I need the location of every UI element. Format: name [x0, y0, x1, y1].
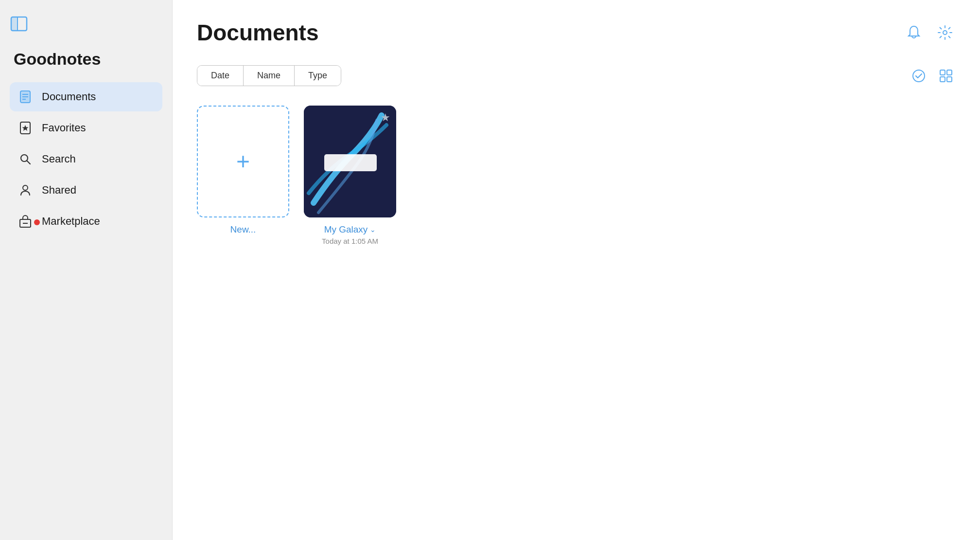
galaxy-document-item[interactable]: ★ My Galaxy ⌄ Today at 1:05 AM — [304, 106, 396, 245]
header-actions — [903, 22, 956, 43]
new-document-item[interactable]: + New... — [197, 106, 289, 235]
chevron-down-icon: ⌄ — [370, 226, 376, 234]
star-icon: ★ — [381, 111, 390, 124]
galaxy-document-label: My Galaxy ⌄ — [324, 224, 376, 235]
documents-grid: + New... ★ — [197, 106, 956, 245]
search-icon — [18, 151, 33, 167]
new-document-thumbnail: + — [197, 106, 289, 217]
check-circle-button[interactable] — [909, 66, 928, 86]
svg-line-11 — [27, 161, 31, 164]
svg-rect-20 — [947, 77, 952, 82]
shared-icon — [18, 182, 33, 198]
sort-name-button[interactable]: Name — [244, 66, 295, 86]
svg-rect-19 — [940, 77, 945, 82]
sidebar-item-shared[interactable]: Shared — [10, 176, 162, 205]
sort-type-button[interactable]: Type — [295, 66, 341, 86]
new-document-label-wrapper: New... — [230, 224, 256, 235]
svg-point-16 — [913, 70, 925, 82]
grid-view-button[interactable] — [936, 66, 956, 86]
svg-rect-22 — [324, 154, 377, 171]
marketplace-icon — [18, 214, 33, 229]
sidebar-item-favorites[interactable]: Favorites — [10, 113, 162, 143]
sidebar: Goodnotes Documents Favorites — [0, 0, 173, 540]
sidebar-item-documents[interactable]: Documents — [10, 82, 162, 111]
header: Documents — [197, 19, 956, 46]
sort-buttons: Date Name Type — [197, 65, 341, 86]
marketplace-badge — [34, 219, 40, 225]
settings-button[interactable] — [934, 22, 956, 43]
document-icon — [18, 89, 33, 105]
svg-point-15 — [943, 31, 947, 35]
sidebar-item-label-shared: Shared — [42, 184, 76, 197]
galaxy-document-label-wrapper: My Galaxy ⌄ Today at 1:05 AM — [322, 224, 378, 245]
view-actions — [909, 66, 956, 86]
notification-button[interactable] — [903, 22, 925, 43]
sort-date-button[interactable]: Date — [197, 66, 244, 86]
main-content: Documents Date Name Type — [173, 0, 980, 540]
sidebar-item-label-search: Search — [42, 153, 76, 165]
favorites-icon — [18, 120, 33, 136]
sidebar-item-marketplace[interactable]: Marketplace — [10, 207, 162, 236]
svg-point-12 — [23, 185, 28, 190]
galaxy-document-thumbnail: ★ — [304, 106, 396, 217]
svg-rect-18 — [947, 70, 952, 75]
sidebar-item-label-documents: Documents — [42, 90, 96, 103]
sidebar-item-label-favorites: Favorites — [42, 122, 86, 134]
plus-icon: + — [236, 150, 250, 173]
app-title: Goodnotes — [10, 50, 162, 69]
svg-rect-17 — [940, 70, 945, 75]
sidebar-item-search[interactable]: Search — [10, 144, 162, 174]
svg-rect-0 — [11, 17, 18, 31]
svg-marker-9 — [22, 125, 29, 131]
sidebar-item-label-marketplace: Marketplace — [42, 215, 100, 228]
sort-bar: Date Name Type — [197, 65, 956, 86]
sidebar-toggle[interactable] — [10, 15, 162, 35]
new-document-label: New... — [230, 224, 256, 235]
page-title: Documents — [197, 19, 318, 46]
galaxy-document-date: Today at 1:05 AM — [322, 237, 378, 245]
